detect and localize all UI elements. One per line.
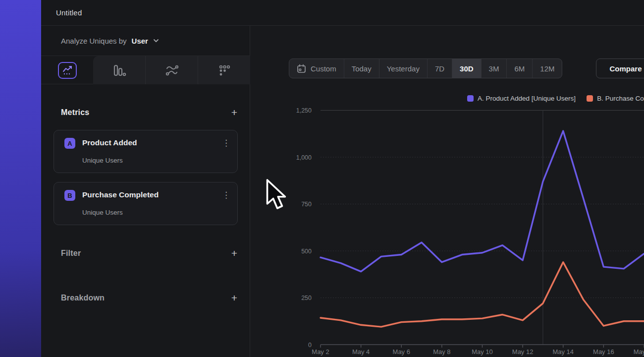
svg-text:May 14: May 14 (552, 348, 574, 356)
svg-text:0: 0 (308, 342, 312, 349)
svg-text:1,000: 1,000 (296, 154, 312, 161)
svg-text:May 6: May 6 (393, 348, 410, 356)
screen: Untitled Analyze Uniques by User (0, 0, 644, 357)
svg-text:750: 750 (301, 201, 312, 208)
svg-text:May 2: May 2 (312, 348, 329, 356)
svg-text:1,250: 1,250 (296, 107, 312, 114)
line-chart-canvas[interactable]: May 2May 4May 6May 8May 10May 12May 14Ma… (0, 0, 644, 357)
svg-text:250: 250 (301, 295, 312, 301)
svg-text:May 18: May 18 (634, 348, 644, 356)
svg-text:May 10: May 10 (472, 348, 493, 356)
svg-text:May 16: May 16 (593, 348, 614, 356)
svg-text:500: 500 (301, 248, 312, 255)
svg-text:May 8: May 8 (433, 348, 450, 356)
svg-text:May 12: May 12 (512, 348, 534, 356)
svg-text:May 4: May 4 (352, 348, 370, 356)
